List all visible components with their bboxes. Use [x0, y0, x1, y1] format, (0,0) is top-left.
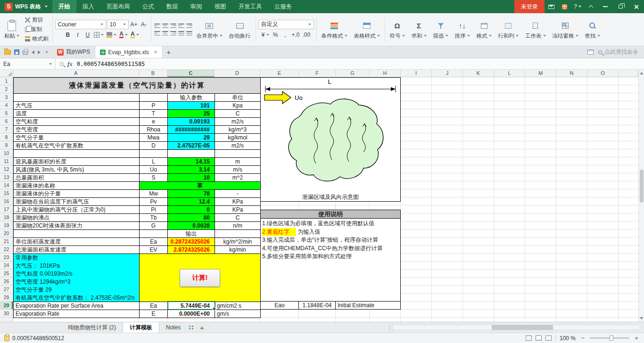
cell-B10[interactable] — [140, 150, 168, 158]
horizontal-scrollbar-thumb[interactable] — [492, 325, 553, 330]
row-header-15[interactable]: 15 — [0, 189, 13, 197]
row-header-24[interactable]: 24 — [0, 261, 13, 270]
row-header-19[interactable]: 19 — [0, 221, 13, 229]
sheet-tab-Notes[interactable]: Notes — [159, 322, 187, 333]
symbol-button[interactable]: Ω 符号 — [388, 20, 407, 40]
align-middle-icon[interactable] — [162, 23, 169, 29]
cell-D20[interactable] — [215, 230, 261, 238]
increase-indent-icon[interactable] — [186, 23, 193, 29]
zoom-icon[interactable] — [60, 62, 64, 66]
scroll-up-icon[interactable] — [640, 72, 644, 74]
cell-C7[interactable]: ########### — [168, 126, 215, 134]
row-header-13[interactable]: 13 — [0, 173, 13, 181]
cell-B13[interactable]: S — [140, 174, 168, 182]
cell-C16[interactable]: 12.4 — [168, 198, 215, 206]
distribute-icon[interactable] — [186, 30, 193, 36]
tab-my-wps[interactable]: W 我的WPS — [52, 46, 95, 58]
row-header-12[interactable]: 12 — [0, 165, 13, 173]
row-header-29[interactable]: 29 — [0, 302, 13, 310]
fill-color-button[interactable] — [106, 31, 117, 40]
close-tab-icon[interactable]: × — [154, 49, 157, 56]
cell-D17[interactable]: KPa — [215, 206, 261, 214]
cell-C11[interactable]: 14.15 — [168, 158, 215, 166]
cell-A20[interactable] — [14, 230, 140, 238]
print-icon[interactable] — [23, 50, 28, 55]
name-box-caret-icon[interactable] — [49, 63, 52, 65]
menu-tab-插入[interactable]: 插入 — [76, 0, 100, 13]
cell-B20[interactable] — [140, 230, 168, 238]
cell-C20[interactable]: 输出 — [168, 230, 215, 238]
sheet-title-cell[interactable]: 液体泄漏蒸发量（空气污染量）的计算 — [14, 78, 261, 94]
row-header-27[interactable]: 27 — [0, 286, 13, 294]
minimize-button[interactable] — [597, 0, 613, 13]
table-style-button[interactable]: 表格样式 — [352, 20, 382, 40]
cell-C6[interactable]: 0.00193 — [168, 118, 215, 126]
borders-button[interactable] — [93, 31, 105, 40]
quick-access-caret-icon[interactable] — [45, 51, 48, 53]
column-header-D[interactable]: D — [215, 70, 260, 77]
cell-B18[interactable]: Tb — [140, 214, 168, 222]
column-header-F[interactable]: F — [299, 70, 336, 77]
grow-font-button[interactable]: A+ — [130, 20, 139, 29]
conditional-format-button[interactable]: 条件格式 — [319, 20, 350, 40]
cell-C17[interactable]: 0 — [168, 206, 215, 214]
row-header-23[interactable]: 23 — [0, 253, 13, 261]
cell-B4[interactable]: P — [140, 102, 168, 110]
row-header-20[interactable]: 20 — [0, 229, 13, 237]
zoom-slider[interactable] — [590, 337, 629, 339]
save-icon[interactable] — [14, 49, 19, 55]
decrease-decimal-button[interactable]: .00 — [302, 31, 312, 40]
cell-D11[interactable]: m — [215, 158, 261, 166]
cell-C21[interactable]: 0.28724325026 — [168, 238, 215, 246]
cell-A22[interactable]: 总泄漏面积蒸发速度 — [14, 246, 140, 254]
column-header-E[interactable]: E — [260, 70, 299, 77]
row-header-7[interactable]: 7 — [0, 125, 13, 133]
underline-button[interactable]: U — [83, 31, 92, 40]
cell-C5[interactable]: 25 — [168, 110, 215, 118]
column-header-G[interactable]: G — [336, 70, 370, 77]
cell-D19[interactable]: n/m — [215, 222, 261, 230]
app-logo[interactable]: S WPS 表格 — [0, 0, 52, 13]
calc-button[interactable]: 计算! — [180, 269, 220, 287]
column-header-N[interactable]: N — [556, 70, 587, 77]
horizontal-scrollbar[interactable] — [392, 325, 640, 330]
cell-D21[interactable]: kg/m^2/min — [215, 238, 261, 246]
cell-D3[interactable]: 单位 — [215, 94, 261, 102]
row-header-18[interactable]: 18 — [0, 213, 13, 221]
cell-A4[interactable]: 大气压 — [14, 102, 140, 110]
row-header-8[interactable]: 8 — [0, 133, 13, 141]
row-header-6[interactable]: 6 — [0, 117, 13, 125]
scroll-down-icon[interactable] — [640, 317, 644, 319]
zoom-slider-thumb[interactable] — [610, 335, 613, 341]
cell-D22[interactable]: kg/min — [215, 246, 261, 254]
restore-button[interactable] — [613, 0, 628, 13]
row-header-26[interactable]: 26 — [0, 278, 13, 286]
row-header-16[interactable]: 16 — [0, 197, 13, 205]
gift-button[interactable] — [558, 0, 571, 13]
find-button[interactable]: 查找 — [583, 20, 603, 40]
row-header-5[interactable]: 5 — [0, 109, 13, 117]
cell-A21[interactable]: 单位面积蒸发速度 — [14, 238, 140, 246]
cell-B29[interactable]: Ea — [140, 302, 168, 310]
font-size-select[interactable]: 10 — [107, 20, 129, 29]
cell-D10[interactable] — [215, 150, 261, 158]
paste-button[interactable]: 粘贴 — [2, 20, 22, 40]
increase-decimal-button[interactable]: +.0 — [291, 31, 301, 40]
cell-D12[interactable]: m/s — [215, 166, 261, 174]
new-tab-button[interactable]: + — [163, 46, 175, 58]
align-right-icon[interactable] — [170, 30, 177, 36]
italic-button[interactable]: I — [73, 31, 82, 40]
cell-A19[interactable]: 泄漏物20C时液体表面张力 — [14, 222, 140, 230]
cell-B22[interactable]: EV — [140, 246, 168, 254]
cell-D7[interactable]: kg/m^3 — [215, 126, 261, 134]
column-header-K[interactable]: K — [463, 70, 494, 77]
cell-D18[interactable]: C — [215, 214, 261, 222]
formula-input[interactable]: 0.000574486500511585 — [77, 58, 145, 69]
cell-D16[interactable]: KPa — [215, 198, 261, 206]
cell-A14[interactable]: 泄漏液体的名称 — [14, 182, 140, 190]
menu-tab-页面布局[interactable]: 页面布局 — [100, 0, 136, 13]
cell-D30[interactable]: gm/s — [215, 310, 261, 318]
name-box[interactable]: Ea — [0, 58, 56, 69]
tab-evap-hgbbs[interactable]: Evap_Hgbbs.xls × — [95, 46, 162, 58]
comma-button[interactable]: , — [281, 31, 290, 40]
